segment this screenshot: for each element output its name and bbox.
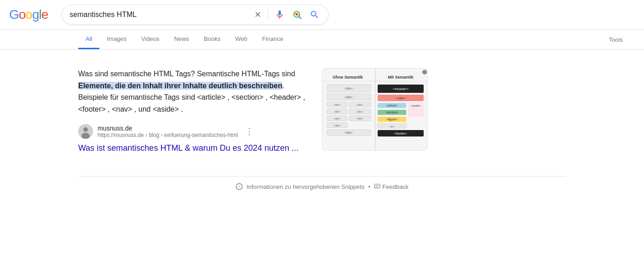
feedback-button[interactable]: Feedback [374,183,408,190]
snippet-text: Was sind semantische HTML Tags? Semantis… [78,68,308,153]
clear-icon: ✕ [254,10,261,20]
svg-text:<div>: <div> [356,117,363,120]
svg-text:<div>: <div> [334,124,341,127]
search-icons: ✕ [253,9,321,21]
svg-text:<section>: <section> [385,111,398,114]
source-info: musnuss.de https://musnuss.de › blog › e… [78,124,308,139]
svg-text:<div>: <div> [345,96,352,99]
snippet-text-before: Was sind semantische HTML Tags? Semantis… [78,70,295,78]
svg-text:<div>: <div> [356,110,363,113]
svg-text:<div>: <div> [334,103,341,106]
google-logo[interactable]: Google [9,7,48,22]
tab-finance[interactable]: Finance [255,30,291,49]
source-url: https://musnuss.de › blog › einfuerung-s… [98,132,238,138]
svg-text:<div>: <div> [345,87,352,90]
svg-text:<div>: <div> [334,117,341,120]
svg-line-2 [299,17,301,18]
clear-button[interactable]: ✕ [253,9,262,21]
snippet-paragraph: Was sind semantische HTML Tags? Semantis… [78,68,308,115]
tab-videos[interactable]: Videos [134,30,167,49]
svg-text:<figure>: <figure> [386,118,397,121]
svg-text:<footer>: <footer> [394,131,408,136]
tab-all[interactable]: All [78,30,99,49]
semantic-html-diagram: Ohne Semantik Mit Semantik <div> <div> <… [322,68,428,151]
svg-text:<p>: <p> [390,125,395,128]
tab-books[interactable]: Books [196,30,228,49]
divider-dot: • [368,183,370,190]
snippet-image: Ohne Semantik Mit Semantik <div> <div> <… [322,68,428,151]
main-content: Was sind semantische HTML Tags? Semantis… [0,50,644,206]
svg-text:<div>: <div> [334,110,341,113]
svg-text:<div>: <div> [356,103,363,106]
avatar-image [78,124,93,139]
tab-news[interactable]: News [167,30,197,49]
svg-text:<article>: <article> [386,104,398,107]
svg-text:Mit Semantik: Mit Semantik [388,75,414,80]
tools-area: Tools [602,36,644,43]
search-button[interactable] [309,9,321,21]
more-options-icon[interactable]: ⋮ [245,126,253,136]
svg-text:<header>: <header> [393,87,409,91]
svg-point-1 [296,13,299,15]
svg-text:<nav>: <nav> [396,97,405,100]
tab-web[interactable]: Web [228,30,255,49]
svg-point-7 [422,70,427,74]
lens-button[interactable] [291,9,303,21]
nav-tabs: All Images Videos News Books Web Finance [78,30,602,49]
header: Google semantisches HTML ✕ [0,0,644,30]
feedback-label: Feedback [382,183,408,190]
search-input[interactable]: semantisches HTML [69,11,249,19]
source-details: musnuss.de https://musnuss.de › blog › e… [98,125,238,138]
footer-info-text: Informationen zu hervorgehobenen Snippet… [247,183,365,190]
footer-info: i Informationen zu hervorgehobenen Snipp… [78,176,566,197]
search-icon [310,10,320,20]
feedback-icon [374,183,380,190]
mic-icon [275,10,285,20]
svg-rect-50 [374,184,380,188]
tools-button[interactable]: Tools [602,31,630,50]
snippet-highlighted-text: Elemente, die den Inhalt ihrer Inhalte d… [78,82,282,90]
info-icon: i [236,183,243,190]
svg-text:<aside>: <aside> [411,104,421,107]
voice-search-button[interactable] [274,9,286,21]
avatar [78,124,93,139]
svg-text:Ohne Semantik: Ohne Semantik [333,75,363,80]
result-link[interactable]: Was ist semantisches HTML & warum Du es … [78,143,308,153]
tab-images[interactable]: Images [99,30,134,49]
nav-tabs-wrapper: All Images Videos News Books Web Finance… [0,30,644,50]
svg-text:i: i [239,184,240,189]
svg-point-4 [83,127,88,132]
svg-text:<div>: <div> [345,131,352,134]
source-name: musnuss.de [98,125,238,132]
lens-icon [292,10,302,20]
search-bar: semantisches HTML ✕ [62,5,328,25]
divider [268,9,268,20]
featured-snippet: Was sind semantische HTML Tags? Semantis… [78,59,566,162]
